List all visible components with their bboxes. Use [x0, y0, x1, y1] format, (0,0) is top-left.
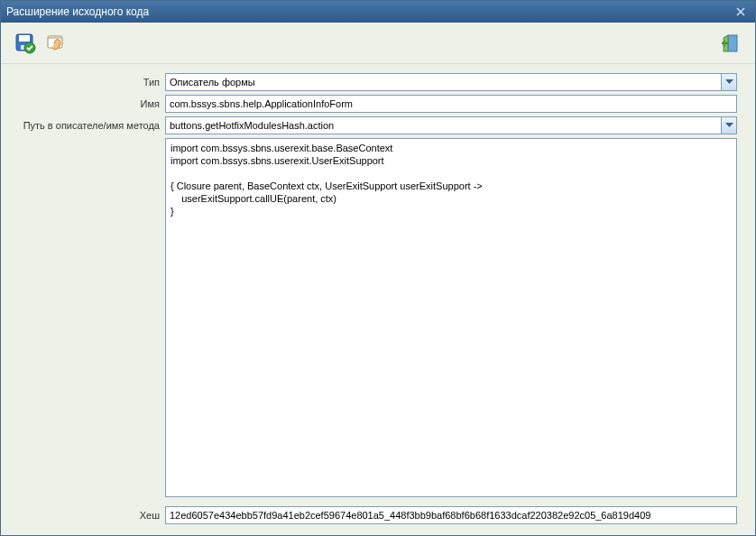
chevron-down-icon [725, 123, 733, 128]
type-combo-button[interactable] [721, 73, 737, 91]
hash-label: Хеш [19, 510, 161, 521]
svg-rect-3 [19, 35, 30, 42]
chevron-down-icon [725, 79, 733, 85]
name-label: Имя [19, 98, 161, 109]
window-title: Расширение исходного кода [6, 5, 732, 18]
code-row [19, 138, 737, 497]
content-area: Тип Описатель формы Имя Путь в описателе… [1, 64, 755, 535]
hash-input[interactable] [165, 506, 737, 524]
path-combo-value: buttons.getHotfixModulesHash.action [165, 116, 721, 134]
exit-button[interactable] [719, 32, 742, 55]
close-button[interactable] [732, 4, 750, 20]
open-button[interactable] [44, 32, 68, 55]
name-row: Имя [19, 95, 737, 113]
name-input[interactable] [165, 95, 737, 113]
toolbar [1, 23, 755, 64]
type-row: Тип Описатель формы [19, 73, 737, 91]
titlebar: Расширение исходного кода [1, 1, 755, 23]
type-combo-value: Описатель формы [165, 73, 721, 91]
window: Расширение исходного кода [0, 0, 756, 536]
code-textarea[interactable] [165, 138, 737, 497]
code-label-spacer [19, 138, 161, 497]
type-combo[interactable]: Описатель формы [165, 73, 737, 91]
path-label: Путь в описателе/имя метода [19, 120, 161, 131]
exit-door-icon [720, 32, 742, 54]
hash-row: Хеш [19, 506, 737, 524]
save-button[interactable] [14, 32, 37, 55]
path-row: Путь в описателе/имя метода buttons.getH… [19, 116, 737, 134]
path-combo[interactable]: buttons.getHotfixModulesHash.action [165, 116, 737, 134]
open-hand-icon [45, 32, 67, 54]
type-label: Тип [19, 77, 161, 88]
save-check-icon [14, 32, 36, 54]
svg-rect-7 [728, 35, 737, 51]
path-combo-button[interactable] [721, 116, 737, 134]
close-icon [736, 7, 745, 16]
